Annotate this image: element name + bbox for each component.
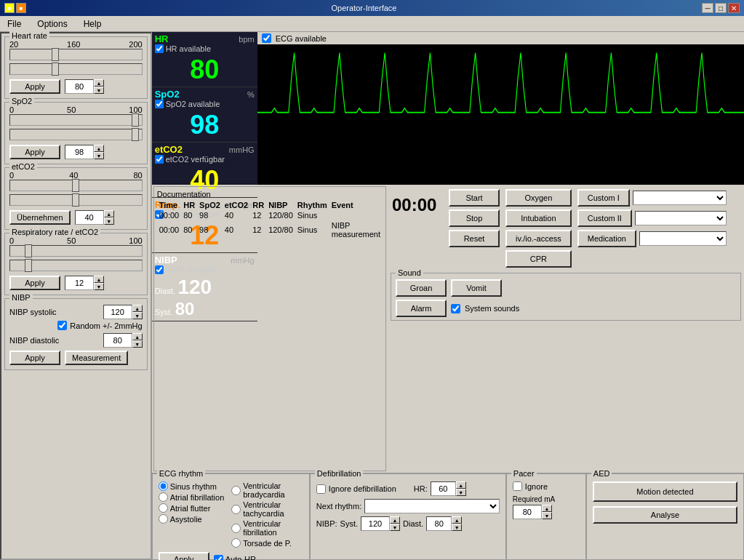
- ecg-available-check[interactable]: [262, 33, 271, 43]
- nibp-diastolic-value[interactable]: [103, 333, 132, 348]
- custom2-button[interactable]: Custom II: [577, 209, 632, 227]
- next-rhythm-select[interactable]: [364, 499, 500, 513]
- defib-syst-down[interactable]: ▼: [390, 524, 400, 531]
- torsade-radio[interactable]: [231, 538, 241, 548]
- heart-rate-slider[interactable]: [9, 49, 143, 60]
- atrial-flutter-radio[interactable]: [159, 503, 168, 513]
- asystole-label[interactable]: Asystolie: [159, 514, 231, 524]
- alarm-button[interactable]: Alarm: [396, 300, 447, 317]
- pacer-required-value[interactable]: [513, 505, 542, 519]
- analyse-button[interactable]: Analyse: [593, 506, 737, 524]
- etco2-apply[interactable]: Übernehmen: [9, 210, 71, 225]
- resp-slider2[interactable]: [9, 260, 143, 271]
- atrial-fib-radio[interactable]: [159, 492, 168, 502]
- spo2-slider2[interactable]: [9, 129, 143, 140]
- etco2-value[interactable]: [75, 210, 104, 225]
- etco2-slider2[interactable]: [9, 194, 143, 206]
- defib-syst-up[interactable]: ▲: [390, 516, 400, 524]
- system-sounds-check[interactable]: [451, 304, 460, 313]
- action-controls: 00:00 Start Stop Reset Oxygen Intubation…: [389, 186, 743, 271]
- sinus-rhythm-label[interactable]: Sinus rhythm: [159, 481, 231, 491]
- hr-up-arrow[interactable]: ▲: [94, 79, 104, 87]
- auto-hr-label[interactable]: Auto-HR: [214, 555, 256, 561]
- intubation-button[interactable]: Intubation: [505, 209, 572, 227]
- nibp-dia-down[interactable]: ▼: [132, 340, 143, 348]
- defib-hr-up[interactable]: ▲: [456, 481, 466, 489]
- rhythm-apply-button[interactable]: Apply: [159, 552, 209, 560]
- nibp-sys-down[interactable]: ▼: [132, 312, 143, 319]
- custom2-select[interactable]: [635, 211, 727, 225]
- left-panel: Heart rate 20 160 200 Apply ▲ ▼: [0, 32, 152, 560]
- pacer-req-down[interactable]: ▼: [542, 512, 552, 519]
- atrial-flutter-label[interactable]: Atrial flutter: [159, 503, 231, 513]
- spo2-value[interactable]: [65, 145, 94, 159]
- spo2-down-arrow[interactable]: ▼: [94, 152, 104, 159]
- iv-button[interactable]: iv./io.-access: [505, 230, 572, 247]
- atrial-fib-label[interactable]: Atrial fibrillation: [159, 492, 231, 502]
- oxygen-button[interactable]: Oxygen: [505, 189, 572, 207]
- ecg-waveform: [257, 44, 744, 185]
- spo2-apply[interactable]: Apply: [9, 145, 60, 159]
- defib-ignore-check[interactable]: [316, 484, 326, 494]
- resp-up-arrow[interactable]: ▲: [94, 276, 104, 283]
- etco2-down-arrow[interactable]: ▼: [104, 217, 114, 225]
- defib-diast-down[interactable]: ▼: [452, 524, 462, 531]
- nibp-random-check[interactable]: [57, 321, 67, 330]
- pacer-req-up[interactable]: ▲: [542, 505, 552, 512]
- defib-diast-up[interactable]: ▲: [452, 516, 462, 524]
- auto-hr-check[interactable]: [214, 555, 223, 561]
- menu-help[interactable]: Help: [79, 17, 106, 31]
- etco2-up-arrow[interactable]: ▲: [104, 210, 114, 217]
- heart-rate-apply[interactable]: Apply: [9, 79, 60, 94]
- resp-down-arrow[interactable]: ▼: [94, 283, 104, 290]
- defib-syst-value[interactable]: [361, 516, 390, 531]
- hr-available-check[interactable]: [155, 44, 164, 53]
- cpr-button[interactable]: CPR: [505, 250, 572, 268]
- groan-button[interactable]: Groan: [396, 279, 447, 297]
- motion-detected-button[interactable]: Motion detected: [593, 481, 737, 502]
- menu-options[interactable]: Options: [33, 17, 71, 31]
- heart-rate-slider2[interactable]: [9, 63, 143, 75]
- vent-fib-radio[interactable]: [231, 524, 241, 533]
- nibp-sys-up[interactable]: ▲: [132, 305, 143, 312]
- etco2-slider[interactable]: [9, 180, 143, 191]
- nibp-measurement[interactable]: Measurement: [65, 351, 128, 365]
- hr-down-arrow[interactable]: ▼: [94, 87, 104, 94]
- spo2-slider[interactable]: [9, 114, 143, 126]
- vent-tachy-radio[interactable]: [231, 505, 241, 514]
- defib-diast-value[interactable]: [426, 516, 452, 531]
- reset-button[interactable]: Reset: [449, 230, 500, 247]
- nibp-systolic-label: NIBP systolic: [9, 308, 57, 316]
- defib-hr-down[interactable]: ▼: [456, 489, 466, 496]
- defib-hr-value[interactable]: [431, 481, 456, 496]
- etco2-available-check[interactable]: [155, 155, 164, 164]
- nibp-systolic-value[interactable]: [103, 305, 132, 319]
- restore-button[interactable]: □: [715, 3, 727, 13]
- medication-select[interactable]: [639, 231, 727, 246]
- vent-fib-label[interactable]: Ventricular fibrillation: [231, 519, 303, 537]
- custom1-button[interactable]: Custom I: [577, 189, 630, 207]
- medication-button[interactable]: Medication: [577, 230, 636, 247]
- nibp-apply[interactable]: Apply: [9, 351, 60, 365]
- nibp-dia-up[interactable]: ▲: [132, 333, 143, 340]
- resp-slider[interactable]: [9, 245, 143, 257]
- start-button[interactable]: Start: [449, 189, 500, 207]
- vent-brady-label[interactable]: Ventricular bradycardia: [231, 481, 303, 499]
- close-button[interactable]: ✕: [728, 3, 740, 13]
- spo2-available-check[interactable]: [155, 100, 164, 108]
- menu-file[interactable]: File: [3, 17, 25, 31]
- vent-tachy-label[interactable]: Ventricular tachycardia: [231, 500, 303, 518]
- heart-rate-value[interactable]: [65, 79, 94, 94]
- spo2-up-arrow[interactable]: ▲: [94, 145, 104, 152]
- resp-value[interactable]: [65, 276, 94, 290]
- stop-button[interactable]: Stop: [449, 209, 500, 227]
- sinus-rhythm-radio[interactable]: [159, 481, 168, 491]
- vent-brady-radio[interactable]: [231, 486, 241, 495]
- custom1-select[interactable]: [633, 191, 727, 205]
- resp-apply[interactable]: Apply: [9, 276, 60, 290]
- torsade-label[interactable]: Torsade de P.: [231, 538, 303, 548]
- minimize-button[interactable]: ─: [702, 3, 713, 13]
- pacer-ignore-check[interactable]: [513, 481, 522, 491]
- vomit-button[interactable]: Vomit: [451, 279, 502, 297]
- asystole-radio[interactable]: [159, 514, 168, 524]
